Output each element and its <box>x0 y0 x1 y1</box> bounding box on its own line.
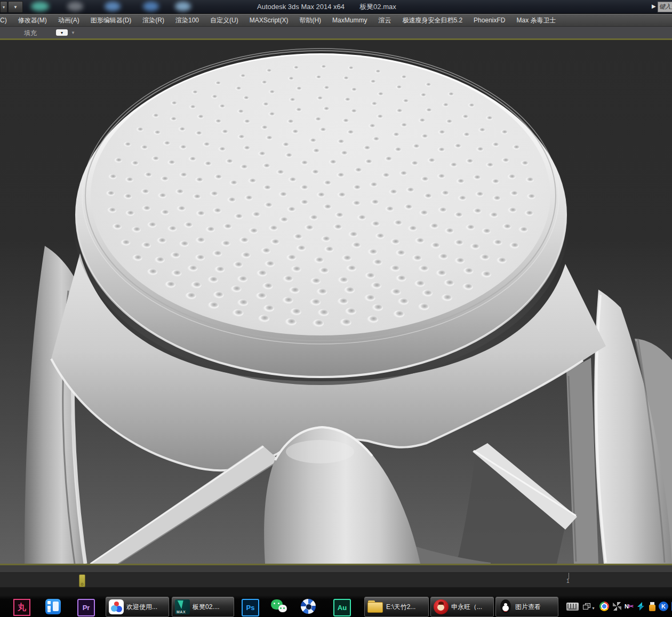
taskbar-window-contact[interactable]: 申永旺（... <box>430 597 494 617</box>
usb-device-icon[interactable] <box>649 602 655 611</box>
contact-avatar-icon <box>434 599 449 614</box>
menu-item-animation[interactable]: 动画(A) <box>58 16 79 25</box>
menu-item-max-antivirus[interactable]: Max 杀毒卫士 <box>516 16 556 25</box>
track-bar[interactable]: 0 1 <box>0 573 672 588</box>
wan-app-icon: 丸 <box>13 599 30 616</box>
menu-bar: C) 修改器(M) 动画(A) 图形编辑器(D) 渲染(R) 渲染100 自定义… <box>0 14 672 27</box>
window-title: Autodesk 3ds Max 2014 x64 板凳02.max <box>257 0 396 13</box>
wechat-icon <box>271 599 288 615</box>
menu-item-modifiers[interactable]: 修改器(M) <box>18 16 47 25</box>
menu-item-rendering[interactable]: 渲染(R) <box>142 16 164 25</box>
taskbar-window-label: 申永旺（... <box>451 603 482 612</box>
taskbar-window-label: 板凳02.... <box>193 603 220 612</box>
tray-expand-caret-icon[interactable]: ▼ <box>591 606 595 610</box>
taskbar-window-explorer[interactable]: E:\天竹2... <box>364 597 429 617</box>
menu-item-customize[interactable]: 自定义(U) <box>210 16 238 25</box>
title-bar: ▾ ▼ Autodesk 3ds Max 2014 x64 板凳02.max ▶… <box>0 0 672 14</box>
menu-item-render100[interactable]: 渲染100 <box>175 16 199 25</box>
quick-toolbar-icon[interactable] <box>143 2 159 11</box>
viewport-bottom-strip <box>0 565 672 573</box>
taskbar-icon-audition[interactable]: Au <box>333 599 351 616</box>
quick-toolbar-icon[interactable] <box>175 2 191 11</box>
sync-arrows-icon[interactable] <box>637 602 645 611</box>
taskbar-icon-wechat[interactable] <box>271 599 288 615</box>
menu-item-xuanyun[interactable]: 渲云 <box>378 16 391 25</box>
infocenter-expand-icon[interactable]: ▶ <box>652 3 656 9</box>
chrome-icon[interactable] <box>599 602 609 611</box>
taskbar-icon-photoshop[interactable]: Ps <box>242 599 259 616</box>
taskbar-window-baidu-netdisk[interactable]: 欢迎使用... <box>106 597 169 617</box>
chevron-down-icon[interactable]: ▼ <box>71 30 75 35</box>
taskbar-icon-wan-app[interactable]: 丸 <box>13 599 30 616</box>
quick-toolbar-icon[interactable] <box>105 2 121 11</box>
kugou-music-icon[interactable]: K <box>659 602 668 611</box>
taskbar-window-image-viewer[interactable]: 图片查看 <box>495 597 558 617</box>
menu-item-help[interactable]: 帮助(H) <box>299 16 321 25</box>
system-tray: ▼ N✂ K <box>566 602 672 611</box>
fill-dropdown-widget[interactable]: ▼ <box>56 29 68 36</box>
folder-icon <box>367 600 383 613</box>
menu-item-maxmummy[interactable]: MaxMummy <box>332 17 367 24</box>
taskbar-icon-premiere[interactable]: Pr <box>77 599 95 616</box>
stool-render <box>0 40 672 564</box>
quick-toolbar-icon[interactable] <box>31 2 49 11</box>
frame-tick-label: 1 <box>566 578 570 584</box>
3dsmax-icon <box>175 599 190 614</box>
audition-icon: Au <box>333 599 351 616</box>
taskbar-window-label: 欢迎使用... <box>126 603 157 612</box>
menu-item-maxscript[interactable]: MAXScript(X) <box>250 17 289 24</box>
taskbar-icon-aperture-app[interactable] <box>301 599 316 614</box>
app-title: Autodesk 3ds Max 2014 x64 <box>257 3 345 11</box>
remote-helper-icon[interactable] <box>613 602 621 611</box>
film-editor-icon <box>45 599 61 614</box>
menu-item-phoenixfd[interactable]: PhoenixFD <box>474 17 505 24</box>
menu-item-graph-editors[interactable]: 图形编辑器(D) <box>91 16 132 25</box>
infocenter-search-input[interactable]: 键入关 <box>658 2 672 12</box>
taskbar-window-label: E:\天竹2... <box>386 603 415 612</box>
premiere-icon: Pr <box>77 599 95 616</box>
keyboard-input-icon[interactable] <box>566 603 579 611</box>
window-switcher-icon[interactable] <box>583 603 590 610</box>
prompt-row: 填充 ▼ ▼ <box>0 27 672 40</box>
screenshot-clipper-icon[interactable]: N✂ <box>625 603 634 610</box>
fill-label: 填充 <box>24 29 37 38</box>
menu-item-create-partial[interactable]: C) <box>0 17 7 24</box>
time-slider-handle[interactable]: 0 <box>79 574 85 587</box>
qq-penguin-icon <box>499 599 513 615</box>
menu-item-slim-archive[interactable]: 极速瘦身安全归档5.2 <box>402 16 462 25</box>
aperture-icon <box>301 599 316 614</box>
document-name: 板凳02.max <box>359 2 396 12</box>
window-bottom-gap <box>0 588 672 595</box>
taskbar-window-label: 图片查看 <box>515 603 541 612</box>
quick-toolbar-icon[interactable] <box>67 2 83 11</box>
taskbar-icon-video-editor[interactable] <box>45 599 61 614</box>
photoshop-icon: Ps <box>242 599 259 616</box>
baidu-netdisk-icon <box>109 599 124 614</box>
quick-access-mini-button[interactable]: ▾ <box>0 1 7 13</box>
taskbar-window-3dsmax[interactable]: 板凳02.... <box>172 597 234 617</box>
quick-access-dropdown-button[interactable]: ▼ <box>8 1 23 13</box>
perspective-viewport[interactable] <box>0 40 672 564</box>
windows-taskbar: 丸 Pr 欢迎使用... 板凳02.... Ps Au E:\天竹2... 申永… <box>0 595 672 617</box>
